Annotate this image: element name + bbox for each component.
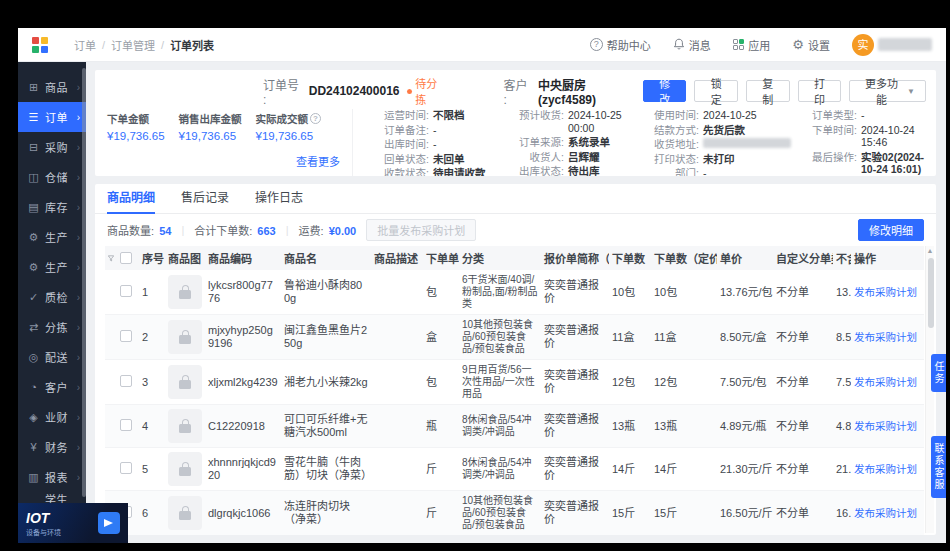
contact-service-float-tab[interactable]: 联系客服: [931, 436, 946, 498]
publish-purchase-plan-link[interactable]: 发布采购计划: [854, 376, 917, 388]
cell-category: 9日用百货/56一次性用品/一次性用品: [459, 360, 541, 404]
warehouse-icon: ◫: [27, 171, 40, 184]
tab-operation-log[interactable]: 操作日志: [255, 184, 303, 213]
customer-name: 中央厨房(zycf4589): [538, 76, 643, 107]
row-checkbox[interactable]: [120, 330, 132, 342]
publish-purchase-plan-link[interactable]: 发布采购计划: [854, 463, 917, 475]
sidebar-item-finance[interactable]: ¥财务›: [18, 432, 86, 462]
publish-purchase-plan-link[interactable]: 发布采购计划: [851, 282, 919, 303]
summary-stat: 商品数量: 54: [107, 222, 171, 238]
publish-purchase-plan-link[interactable]: 发布采购计划: [854, 420, 917, 432]
detail-column: 订单类型:-下单时间:2024-10-24 15:46最后操作:实验02(202…: [795, 109, 926, 176]
sidebar-item-production-2[interactable]: ⚙生产›: [18, 252, 86, 282]
batch-publish-button[interactable]: 批量发布采购计划: [366, 219, 476, 241]
sidebar-item-production[interactable]: ⚙生产›: [18, 222, 86, 252]
row-checkbox[interactable]: [117, 326, 139, 349]
sidebar-item-reports[interactable]: ▥报表›: [18, 462, 86, 492]
publish-purchase-plan-link[interactable]: 发布采购计划: [851, 503, 919, 524]
column-header-15: 操作: [851, 250, 919, 266]
sidebar-item-sorting[interactable]: ⇄分拣›: [18, 312, 86, 342]
more-actions-button[interactable]: 更多功能 ▼: [849, 80, 926, 102]
sidebar-item-inventory[interactable]: ▤库存›: [18, 192, 86, 222]
app-grid-icon: [733, 39, 745, 51]
product-image-placeholder: [165, 271, 205, 313]
sidebar-scrollbar[interactable]: [82, 68, 86, 497]
top-header: 订单 / 订单管理 / 订单列表 ? 帮助中心 消息 应用: [18, 28, 946, 62]
view-more-link[interactable]: 查看更多: [296, 153, 340, 169]
row-checkbox[interactable]: [117, 371, 139, 394]
cell-unit-price: 7.50元/包: [717, 372, 773, 393]
copy-button[interactable]: 复制: [746, 80, 790, 102]
cell-index: 2: [139, 327, 165, 348]
publish-purchase-plan-link[interactable]: 发布采购计划: [851, 372, 919, 393]
sidebar-item-quality[interactable]: ✓质检›: [18, 282, 86, 312]
cell-notax-price: 21.30: [833, 459, 851, 480]
summary-value: 54: [159, 225, 171, 237]
scroll-up-arrow[interactable]: ▲: [926, 246, 934, 256]
cell-product-code: mjxyhyp250g9196: [205, 320, 281, 354]
sidebar-item-delivery[interactable]: ◎配送›: [18, 342, 86, 372]
modify-detail-button[interactable]: 修改明细: [858, 219, 924, 241]
cell-unit-price: 16.50元/斤: [717, 503, 773, 524]
row-checkbox[interactable]: [120, 419, 132, 431]
cell-product-name: 鲁裕迪小酥肉800g: [281, 275, 371, 309]
breadcrumb-item[interactable]: 订单管理: [111, 37, 155, 53]
publish-purchase-plan-link[interactable]: 发布采购计划: [851, 416, 919, 437]
cell-split-type: 不分单: [773, 503, 833, 524]
column-header-3: 商品图: [165, 250, 205, 266]
tab-after-sales[interactable]: 售后记录: [181, 184, 229, 213]
modify-button[interactable]: 修改: [643, 80, 687, 102]
publish-purchase-plan-link[interactable]: 发布采购计划: [851, 327, 919, 348]
cell-split-type: 不分单: [773, 416, 833, 437]
cell-quote-name: 奕奕普通报价: [541, 409, 609, 443]
scrollbar-thumb[interactable]: [928, 258, 934, 328]
iot-cube-icon: [98, 512, 120, 534]
cell-product-name: 可口可乐纤维+无糖汽水500ml: [281, 409, 371, 443]
product-image-placeholder: [168, 409, 202, 443]
iot-widget[interactable]: IOT 设备与环境: [18, 503, 128, 543]
row-checkbox[interactable]: [120, 285, 132, 297]
sidebar-item-goods[interactable]: ⊞商品›: [18, 72, 86, 102]
row-checkbox[interactable]: [120, 375, 132, 387]
row-checkbox[interactable]: [117, 415, 139, 438]
breadcrumb-item[interactable]: 订单: [74, 37, 96, 53]
row-checkbox[interactable]: [120, 462, 132, 474]
tab-product-details[interactable]: 商品明细: [107, 184, 155, 213]
row-checkbox[interactable]: [117, 281, 139, 304]
publish-purchase-plan-link[interactable]: 发布采购计划: [854, 331, 917, 343]
select-all-checkbox[interactable]: [120, 252, 132, 264]
product-image-placeholder: [168, 365, 202, 399]
detail-label: 部门:: [637, 167, 699, 176]
lock-button[interactable]: 锁定: [694, 80, 738, 102]
detail-label: 回单状态:: [367, 153, 429, 166]
detail-value: 先货后款: [703, 124, 745, 137]
cell-unit: 包: [423, 372, 459, 393]
user-menu[interactable]: 实: [852, 34, 932, 56]
settings-button[interactable]: ⚙ 设置: [792, 37, 830, 53]
publish-purchase-plan-link[interactable]: 发布采购计划: [854, 507, 917, 519]
sidebar-item-orders[interactable]: ☰订单›: [18, 102, 86, 132]
detail-value: 未回单: [433, 153, 465, 166]
apps-button[interactable]: 应用: [733, 37, 771, 53]
sidebar-item-purchase[interactable]: ⊟采购›: [18, 132, 86, 162]
order-number: DD24102400016: [309, 84, 400, 98]
task-float-tab[interactable]: 任务: [931, 354, 946, 392]
column-header-8: 分类: [459, 250, 541, 266]
chevron-right-icon: ›: [77, 472, 80, 483]
sidebar-item-biz-finance[interactable]: ◈业财›: [18, 402, 86, 432]
publish-purchase-plan-link[interactable]: 发布采购计划: [854, 286, 917, 298]
publish-purchase-plan-link[interactable]: 发布采购计划: [851, 459, 919, 480]
help-center-button[interactable]: ? 帮助中心: [590, 37, 651, 53]
sidebar-item-warehouse[interactable]: ◫仓储›: [18, 162, 86, 192]
detail-value-redacted: [703, 138, 791, 148]
messages-button[interactable]: 消息: [673, 37, 711, 53]
cell-order-qty-priced: 10包: [651, 282, 717, 303]
print-button[interactable]: 打印: [798, 80, 842, 102]
cell-unit: 包: [423, 282, 459, 303]
row-checkbox[interactable]: [117, 458, 139, 481]
cell-quote-name: 奕奕普通报价: [541, 496, 609, 530]
sidebar-item-customers[interactable]: ◔客户›: [18, 372, 86, 402]
detail-value: -: [703, 167, 707, 176]
messages-label: 消息: [689, 37, 711, 53]
cell-index: 1: [139, 282, 165, 303]
